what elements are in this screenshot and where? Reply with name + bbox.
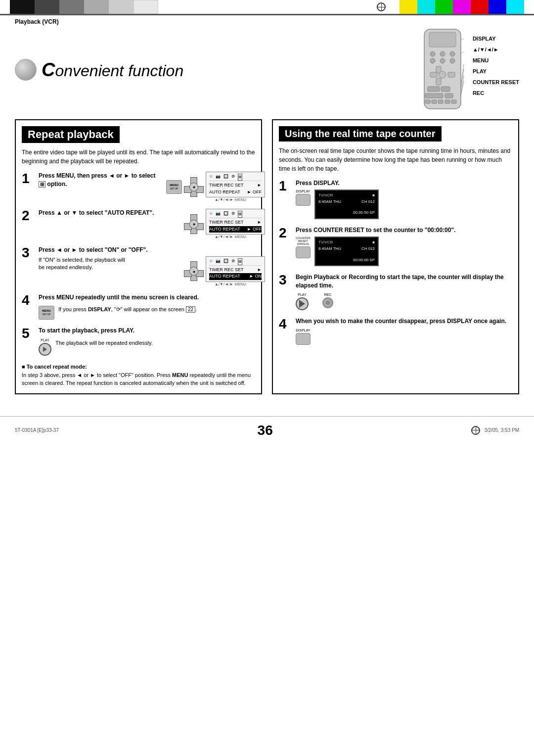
left-step-5: 5 To start the playback, press PLAY. PLA… (22, 327, 255, 356)
color-bar-strip (0, 0, 534, 14)
page-title: Convenient function (42, 59, 410, 81)
menu-screen-3: ☆📷🔲⚙⊞ TIMER REC SET► AUTO REPEAT► ON ▲/▼… (206, 256, 255, 286)
dpad-center-3: ◉ (189, 267, 198, 276)
display-button-icon-r1 (296, 194, 311, 206)
svg-rect-17 (425, 100, 430, 103)
remote-labels: DISPLAY ▲/▼/◄/► MENU PLAY COUNTER RESET … (473, 28, 519, 98)
left-step5-title: To start the playback, press PLAY. (39, 327, 255, 335)
footer-left: 5T-0301A [E]p33-37 (15, 427, 59, 433)
svg-rect-19 (438, 100, 443, 103)
counter-reset-button-icon (296, 246, 311, 258)
svg-point-2 (430, 51, 435, 56)
breadcrumb: Playback (VCR) (0, 15, 534, 28)
svg-rect-18 (432, 100, 437, 103)
display-button-icon-r4 (296, 333, 311, 345)
svg-point-7 (450, 58, 455, 63)
left-step5-body: The playback will be repeated endlessly. (55, 339, 153, 347)
left-intro: The entire video tape will be played unt… (22, 148, 255, 166)
left-step2-title: Press ▲ or ▼ to select "AUTO REPEAT". (39, 209, 180, 217)
cancel-note-title: ■ To cancel repeat mode: (22, 363, 255, 371)
cancel-note: ■ To cancel repeat mode: In step 3 above… (22, 363, 255, 387)
right-step-4: 4 When you wish to make the counter disa… (279, 317, 512, 345)
left-step-2: 2 Press ▲ or ▼ to select "AUTO REPEAT". (22, 209, 255, 239)
svg-point-5 (430, 58, 435, 63)
remote-area: DISPLAY ▲/▼/◄/► MENU PLAY COUNTER RESET … (420, 28, 519, 111)
tv-screen-2: TV/VCR■ 8:40AM THUCH 012 00:00:00 SP (314, 236, 379, 266)
left-step3-title: Press ◄ or ► to select "ON" or "OFF". (39, 246, 255, 254)
left-column: Repeat playback The entire video tape wi… (15, 119, 262, 394)
right-step-3: 3 Begin Playback or Recording to start t… (279, 273, 512, 310)
title-sphere-icon (15, 59, 37, 81)
left-step3-body: If "ON" is selected, the playback willbe… (39, 256, 180, 272)
footer: 5T-0301A [E]p33-37 36 3/2/05, 3:53 PM (0, 416, 534, 444)
right-step4-title: When you wish to make the counter disapp… (296, 317, 512, 326)
tv-screen-1: TV/VCR■ 8:40AM THUCH 012 00:30:50 SP (314, 189, 379, 219)
rec-button-icon-r3 (322, 297, 333, 308)
svg-point-3 (440, 51, 445, 56)
title-section: Convenient function (15, 28, 519, 111)
right-step2-title: Press COUNTER RESET to set the counter t… (296, 226, 512, 235)
svg-rect-9 (436, 78, 441, 85)
svg-rect-14 (441, 87, 450, 92)
cancel-note-body: In step 3 above, press ◄ or ► to select … (22, 371, 255, 387)
menu-button-icon: MENUSETUP (166, 180, 182, 194)
right-step3-title: Begin Playback or Recording to start the… (296, 273, 512, 290)
right-column: Using the real time tape counter The on-… (272, 119, 519, 394)
dpad-center-2: ◉ (189, 220, 198, 229)
menu-screen-1: ☆📷🔲⚙⊞ TIMER REC SET► AUTO REPEAT► OFF ▲/… (206, 172, 255, 202)
menu-screen-2: ☆📷🔲⚙⊞ TIMER REC SET► AUTO REPEAT► OFF ▲/… (206, 209, 255, 239)
svg-point-12 (439, 71, 446, 78)
dpad-icon: ◉ (184, 177, 204, 197)
menu-button-icon-4: MENUSETUP (39, 306, 54, 320)
play-button-icon-5 (39, 343, 51, 356)
remote-icon (420, 28, 465, 110)
main-columns: Repeat playback The entire video tape wi… (15, 119, 519, 394)
right-step1-title: Press DISPLAY. (296, 179, 512, 188)
svg-rect-1 (429, 32, 456, 47)
right-step-1: 1 Press DISPLAY. DISPLAY TV/VCR■ 8:40AM … (279, 179, 512, 219)
left-step-3: 3 Press ◄ or ► to select "ON" or "OFF". … (22, 246, 255, 286)
right-step-2: 2 Press COUNTER RESET to set the counter… (279, 226, 512, 266)
dpad-icon-3: ◉ (184, 261, 204, 281)
play-button-icon-r3 (296, 297, 309, 310)
svg-rect-20 (445, 100, 450, 103)
left-section-title: Repeat playback (22, 126, 120, 143)
svg-rect-15 (425, 94, 443, 98)
left-step-4: 4 Press MENU repeatedly until the menu s… (22, 293, 255, 320)
right-intro: The on-screen real time tape counter sho… (279, 146, 512, 173)
left-step-1: 1 Press MENU, then press ◄ or ► to selec… (22, 172, 255, 202)
footer-reg-mark (471, 426, 480, 435)
svg-rect-13 (428, 87, 440, 92)
page-number: 36 (258, 423, 273, 438)
left-step4-body: If you press DISPLAY, "⟳" will appear on… (58, 306, 197, 313)
left-step4-title: Press MENU repeatedly until the menu scr… (39, 293, 255, 302)
dpad-center: ◉ (189, 183, 198, 191)
dpad-icon-2: ◉ (184, 214, 204, 234)
svg-point-6 (440, 58, 445, 63)
svg-rect-11 (448, 72, 455, 77)
left-step1-title: Press MENU, then press ◄ or ► to select … (39, 172, 162, 189)
svg-rect-16 (445, 94, 453, 98)
svg-rect-10 (430, 72, 437, 77)
svg-rect-21 (451, 100, 456, 103)
footer-right: 3/2/05, 3:53 PM (484, 427, 519, 433)
page-content: Convenient function (0, 28, 534, 404)
svg-point-4 (450, 51, 455, 56)
right-section-title: Using the real time tape counter (279, 126, 442, 142)
